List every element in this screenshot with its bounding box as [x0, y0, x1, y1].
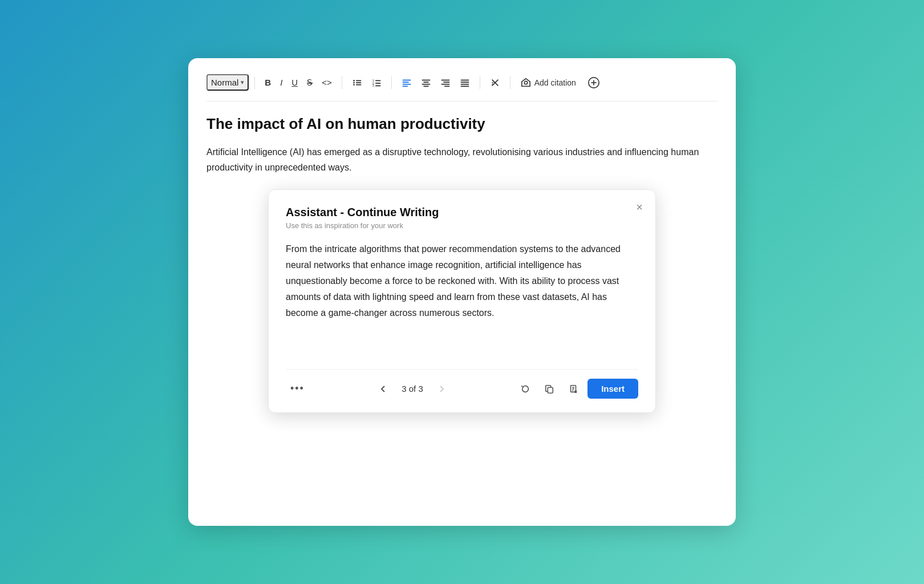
format-group: B I U S̶ <>	[261, 75, 335, 90]
divider-2	[342, 76, 342, 89]
svg-rect-35	[548, 387, 553, 393]
popup-close-button[interactable]: ×	[634, 199, 645, 215]
plus-circle-icon	[587, 76, 600, 89]
clear-format-icon: T	[490, 78, 500, 88]
svg-point-31	[524, 81, 527, 84]
unordered-list-button[interactable]	[348, 75, 366, 91]
align-center-icon	[421, 78, 431, 88]
add-citation-label: Add citation	[534, 78, 576, 87]
popup-content: From the intricate algorithms that power…	[286, 241, 638, 355]
align-left-icon	[402, 78, 412, 88]
assistant-popup: × Assistant - Continue Writing Use this …	[268, 189, 656, 413]
style-selector-label: Normal	[211, 78, 238, 87]
toolbar: Normal ▾ B I U S̶ <>	[206, 74, 718, 102]
citation-icon	[521, 78, 531, 88]
bold-button[interactable]: B	[261, 75, 275, 90]
italic-button[interactable]: I	[276, 75, 286, 90]
chevron-right-icon	[437, 385, 445, 393]
divider-3	[391, 76, 392, 89]
editor-container: Normal ▾ B I U S̶ <>	[188, 58, 736, 526]
style-group: Normal ▾	[206, 74, 249, 91]
justify-button[interactable]	[456, 75, 474, 91]
align-group	[398, 75, 474, 91]
clear-format-button[interactable]: T	[486, 75, 504, 91]
page-indicator: 3 of 3	[399, 384, 426, 394]
divider-4	[480, 76, 480, 89]
ordered-list-icon: 1. 2. 3.	[371, 78, 382, 88]
add-citation-button[interactable]: Add citation	[516, 75, 581, 91]
refresh-icon	[520, 384, 530, 394]
svg-point-4	[353, 84, 355, 86]
underline-label: U	[291, 78, 298, 87]
align-center-button[interactable]	[417, 75, 435, 91]
editor-body[interactable]: Artificial Intelligence (AI) has emerged…	[206, 144, 718, 175]
popup-title: Assistant - Continue Writing	[286, 206, 638, 219]
align-right-button[interactable]	[436, 75, 455, 91]
list-group: 1. 2. 3.	[348, 75, 386, 91]
svg-point-2	[353, 82, 355, 83]
svg-point-0	[353, 80, 355, 82]
edit-button[interactable]	[564, 380, 583, 398]
footer-right: Insert	[516, 379, 638, 399]
copy-button[interactable]	[540, 380, 559, 398]
code-label: <>	[322, 78, 332, 87]
underline-button[interactable]: U	[287, 75, 302, 90]
code-button[interactable]: <>	[318, 75, 336, 90]
align-right-icon	[440, 78, 451, 88]
refresh-button[interactable]	[516, 380, 535, 398]
divider-5	[510, 76, 510, 89]
insert-button[interactable]: Insert	[587, 379, 638, 399]
unordered-list-icon	[352, 78, 362, 88]
strikethrough-label: S̶	[307, 78, 313, 87]
divider-1	[254, 76, 255, 89]
copy-icon	[544, 384, 554, 394]
style-selector[interactable]: Normal ▾	[206, 74, 249, 91]
justify-icon	[460, 78, 470, 88]
edit-icon	[568, 384, 578, 394]
more-options-button[interactable]: •••	[286, 379, 309, 398]
footer-center: 3 of 3	[375, 382, 450, 396]
prev-button[interactable]	[375, 382, 392, 396]
chevron-left-icon	[379, 385, 387, 393]
align-left-button[interactable]	[398, 75, 416, 91]
next-button[interactable]	[433, 382, 450, 396]
editor-title[interactable]: The impact of AI on human productivity	[206, 115, 718, 133]
svg-text:3.: 3.	[372, 84, 375, 87]
strikethrough-button[interactable]: S̶	[303, 75, 317, 90]
italic-label: I	[280, 78, 282, 87]
popup-subtitle: Use this as inspiration for your work	[286, 221, 638, 230]
footer-left: •••	[286, 379, 309, 398]
popup-footer: ••• 3 of 3	[286, 369, 638, 399]
dots-label: •••	[290, 383, 305, 394]
plus-circle-button[interactable]	[584, 75, 603, 91]
chevron-down-icon: ▾	[241, 79, 244, 86]
bold-label: B	[265, 78, 271, 87]
ordered-list-button[interactable]: 1. 2. 3.	[367, 75, 386, 91]
